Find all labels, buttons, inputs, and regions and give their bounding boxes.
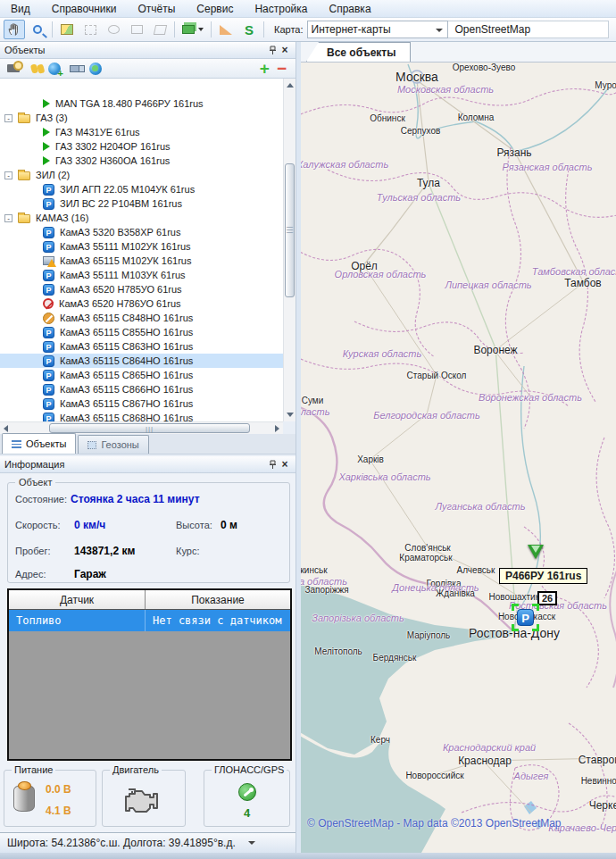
tree-item[interactable]: ГАЗ 3302 Н204ОР 161rus: [0, 139, 283, 154]
tree-item-label: КамАЗ 55111 М103УК 61rus: [60, 270, 186, 280]
tree-item[interactable]: ГАЗ 3302 Н360ОА 161rus: [0, 154, 283, 168]
tree-folder[interactable]: -ГАЗ (3): [0, 111, 283, 125]
collapse-toggle[interactable]: -: [4, 214, 12, 222]
object-tree[interactable]: MAN TGA 18.480 Р466РУ 161rus-ГАЗ (3)ГАЗ …: [0, 79, 283, 421]
objects-toolbar: + −: [0, 59, 296, 79]
menu-vid[interactable]: Вид: [0, 1, 41, 17]
map-city-label: Коломна: [458, 113, 495, 122]
tree-item[interactable]: КамАЗ 6520 Н786УО 61rus: [0, 296, 283, 311]
tree-vertical-scrollbar[interactable]: |||: [283, 79, 296, 421]
map-city-label: Воронеж: [473, 344, 517, 356]
tree-item[interactable]: PКамАЗ 6520 Н785УО 61rus: [0, 282, 283, 296]
show-on-map-button[interactable]: [65, 61, 85, 77]
tree-item[interactable]: PКамАЗ 65115 С864НО 161rus: [0, 354, 283, 368]
sensor-row[interactable]: ТопливоНет связи с датчиком: [9, 610, 290, 631]
select-region-button[interactable]: [79, 20, 101, 39]
find-object-button[interactable]: [4, 61, 23, 77]
watch-object-button[interactable]: [24, 61, 44, 77]
sensor-column-header[interactable]: Датчик: [9, 590, 146, 609]
tree-item[interactable]: PКамАЗ 65115 С866НО 161rus: [0, 382, 283, 396]
menu-servis[interactable]: Сервис: [186, 1, 244, 17]
tree-item[interactable]: PКамАЗ 55111 М102УК 161rus: [0, 239, 283, 254]
add-geozone-button[interactable]: [45, 61, 64, 77]
collapse-toggle[interactable]: -: [4, 171, 12, 179]
tree-item[interactable]: PКамАЗ 65115 С865НО 161rus: [0, 368, 283, 382]
map-city-label: Запоріжжя: [304, 585, 348, 595]
map-region-label: Белгородская область: [373, 410, 479, 421]
binoculars-icon: [29, 63, 37, 73]
menu-nastroika[interactable]: Настройка: [244, 1, 318, 17]
tree-item[interactable]: PКамАЗ 65115 С863НО 161rus: [0, 339, 283, 354]
speed-label: Скорость:: [15, 520, 61, 530]
zoom-tool-button[interactable]: [27, 20, 48, 39]
pan-tool-button[interactable]: [4, 20, 25, 39]
tree-item[interactable]: PКамАЗ 55111 М103УК 61rus: [0, 268, 283, 282]
status-parked-icon: P: [43, 241, 54, 253]
ruler-triangle-icon: [220, 25, 232, 35]
vehicle-tooltip: Р466РУ 161rus: [499, 568, 587, 584]
speed-value: 0 км/ч: [74, 519, 105, 531]
ruler-button[interactable]: [215, 20, 237, 39]
polygon-tool-button[interactable]: [149, 20, 171, 39]
vehicle-arrow-marker[interactable]: [528, 545, 544, 559]
tree-item-label: КамАЗ 5320 В358ХР 61rus: [60, 227, 180, 238]
menu-spravka[interactable]: Справка: [318, 1, 381, 17]
scroll-right-icon[interactable]: [275, 425, 279, 432]
close-icon[interactable]: ×: [279, 44, 291, 56]
tree-item[interactable]: PЗИЛ ВС 22 Р104ВМ 161rus: [0, 196, 283, 211]
route-button[interactable]: S: [238, 20, 260, 39]
tree-item[interactable]: КамАЗ 65115 С848НО 161rus: [0, 311, 283, 325]
map-city-label: Жданівка: [436, 588, 475, 598]
map-region-label: Тамбовская область: [532, 266, 616, 277]
close-icon[interactable]: ×: [279, 458, 291, 471]
tree-item[interactable]: PКамАЗ 65115 С867НО 161rus: [0, 396, 283, 411]
layers-button[interactable]: [179, 20, 207, 39]
tree-item[interactable]: PКамАЗ 65115 С868НО 161rus: [0, 411, 283, 421]
scrollbar-thumb[interactable]: |||: [49, 423, 250, 433]
tree-folder[interactable]: -КАМАЗ (16): [0, 211, 283, 225]
map-city-label: Ставрополь: [579, 754, 616, 766]
info-panel-title: Информация: [4, 459, 64, 470]
tree-item[interactable]: PЗИЛ АГП 22.05 М104УК 61rus: [0, 182, 283, 196]
map-city-label: Тула: [417, 177, 440, 189]
remove-object-button[interactable]: −: [277, 60, 287, 77]
reading-column-header[interactable]: Показание: [146, 590, 290, 609]
map-city-label: Харків: [357, 455, 384, 464]
ellipse-tool-button[interactable]: [103, 20, 124, 39]
tree-folder[interactable]: -ЗИЛ (2): [0, 168, 283, 182]
tab-geozones[interactable]: Геозоны: [78, 435, 148, 454]
tree-item[interactable]: PКамАЗ 5320 В358ХР 61rus: [0, 225, 283, 239]
statusbar-dropdown-icon[interactable]: [248, 841, 255, 845]
map-region-label: Липецкая область: [445, 279, 531, 290]
map-source-combo[interactable]: Интернет-карты: [307, 21, 448, 38]
map-city-label: Алчевськ: [457, 565, 495, 575]
collapse-toggle[interactable]: -: [4, 114, 12, 122]
tab-all-objects[interactable]: Все объекты: [306, 42, 411, 62]
map-city-label: Орехово-Зуево: [453, 63, 515, 72]
tree-item[interactable]: MAN TGA 18.480 Р466РУ 161rus: [0, 96, 283, 111]
scroll-down-icon[interactable]: [287, 413, 294, 417]
tree-item[interactable]: PКамАЗ 65115 С855НО 161rus: [0, 325, 283, 339]
tree-horizontal-scrollbar[interactable]: |||: [0, 421, 283, 434]
tree-item[interactable]: КамАЗ 65115 М102УК 161rus: [0, 254, 283, 268]
scroll-left-icon[interactable]: [4, 425, 8, 432]
show-all-button[interactable]: [86, 61, 105, 77]
map-provider-field[interactable]: OpenStreetMap: [448, 21, 609, 38]
list-icon: [12, 440, 21, 448]
pin-icon[interactable]: [266, 44, 279, 56]
menu-otchety[interactable]: Отчёты: [127, 1, 186, 17]
menu-spravochniki[interactable]: Справочники: [41, 1, 128, 17]
map-canvas[interactable]: МоскваОрехово-ЗуевоМуромМосковская облас…: [301, 63, 616, 853]
tree-item[interactable]: ГАЗ М431УЕ 61rus: [0, 125, 283, 139]
map-city-label: Керч: [370, 735, 390, 745]
combo-arrow-icon: [436, 29, 443, 32]
edit-map-button[interactable]: [56, 20, 78, 39]
cluster-count-badge[interactable]: 26: [537, 591, 557, 605]
add-object-button[interactable]: +: [260, 60, 270, 77]
info-panel-header: Информация ×: [0, 456, 296, 473]
scrollbar-thumb[interactable]: |||: [285, 163, 295, 297]
pin-icon[interactable]: [266, 458, 279, 471]
tab-objects[interactable]: Объекты: [2, 433, 76, 454]
scroll-up-icon[interactable]: [287, 83, 294, 88]
rectangle-tool-button[interactable]: [126, 20, 147, 39]
